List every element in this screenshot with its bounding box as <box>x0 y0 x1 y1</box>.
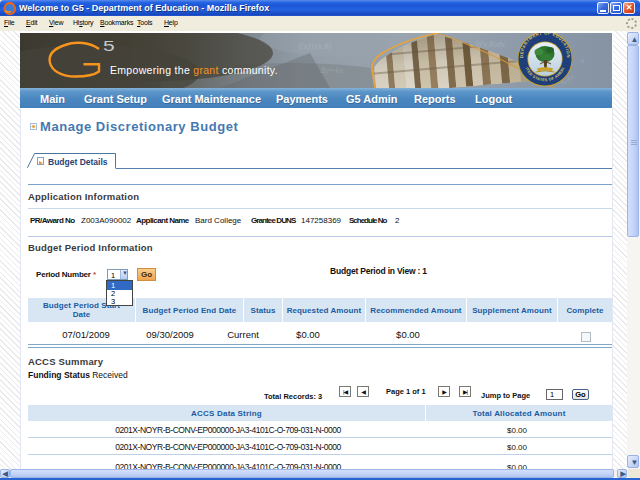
svg-text:Δy=kx: Δy=kx <box>319 65 343 75</box>
svg-text:Empowering the grant community: Empowering the grant community. <box>110 64 278 76</box>
svg-text:5: 5 <box>103 38 115 54</box>
svg-text:f(x)ƒ(x,θ): f(x)ƒ(x,θ) <box>298 41 332 51</box>
svg-text:π: π <box>580 55 585 65</box>
